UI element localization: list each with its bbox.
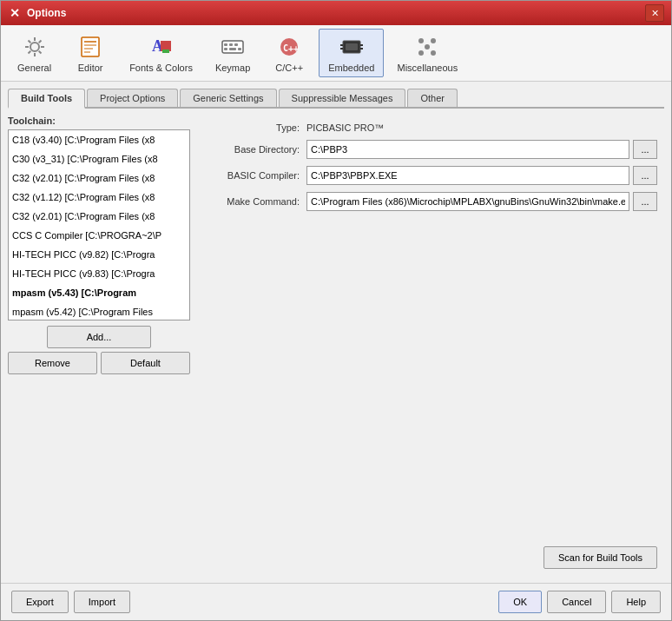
toolbar-item-editor[interactable]: Editor [64,29,116,77]
svg-rect-22 [360,44,363,46]
basic-compiler-label: BASIC Compiler: [204,170,300,181]
base-dir-label: Base Directory: [204,144,300,155]
miscellaneous-label: Miscellaneous [397,63,458,73]
toolbar: General Editor A [1,25,671,82]
left-buttons: Add... Remove Default [8,326,190,374]
list-item[interactable]: C32 (v2.01) [C:\Program Files (x8 [9,207,189,226]
toolchain-list[interactable]: C18 (v3.40) [C:\Program Files (x8 C30 (v… [8,129,190,320]
toolbar-item-cpp[interactable]: C++ C/C++ [263,29,315,77]
cpp-icon: C++ [275,33,303,61]
general-label: General [17,63,51,73]
type-value: PICBASIC PRO™ [306,122,384,133]
toolbar-item-embedded[interactable]: Embedded [319,29,384,77]
type-label: Type: [204,122,300,133]
base-dir-browse-button[interactable]: ... [633,140,657,159]
ok-button[interactable]: OK [498,591,542,613]
tab-generic-settings[interactable]: Generic Settings [180,89,276,107]
scan-area: Scan for Build Tools [544,546,657,569]
close-button[interactable]: ✕ [645,4,664,22]
main-content: Build Tools Project Options Generic Sett… [1,82,671,583]
type-row: Type: PICBASIC PRO™ [204,122,657,133]
window-icon: ✕ [8,6,22,20]
base-dir-input[interactable] [306,140,629,159]
gear-icon [21,33,49,61]
make-command-row: Make Command: ... [204,192,657,211]
embedded-icon [338,33,366,61]
svg-point-25 [431,38,436,43]
remove-button[interactable]: Remove [8,352,97,374]
list-item[interactable]: HI-TECH PICC (v9.83) [C:\Progra [9,264,189,283]
toolbar-item-general[interactable]: General [8,29,61,77]
list-item[interactable]: C32 (v1.12) [C:\Program Files (x8 [9,188,189,207]
svg-rect-10 [224,43,227,46]
basic-compiler-input-row: ... [306,166,657,185]
default-button[interactable]: Default [101,352,190,374]
bottom-right-buttons: OK Cancel Help [498,591,661,613]
toolbar-item-miscellaneous[interactable]: Miscellaneous [387,29,467,77]
basic-compiler-browse-button[interactable]: ... [633,166,657,185]
tab-build-tools[interactable]: Build Tools [8,89,85,109]
fonts-colors-icon: A [148,33,175,61]
svg-rect-20 [340,44,343,46]
help-button[interactable]: Help [611,591,661,613]
svg-point-26 [418,50,424,56]
svg-rect-9 [222,41,243,53]
svg-rect-23 [360,48,363,50]
toolbar-item-fonts-colors[interactable]: A Fonts & Colors [120,29,202,77]
svg-rect-14 [229,48,236,50]
add-button[interactable]: Add... [47,326,151,348]
content-area: Toolchain: C18 (v3.40) [C:\Program Files… [8,116,664,576]
editor-label: Editor [78,63,103,73]
scan-button[interactable]: Scan for Build Tools [544,546,657,569]
cancel-button[interactable]: Cancel [547,591,606,613]
make-command-browse-button[interactable]: ... [633,192,657,211]
keymap-label: Keymap [215,63,250,73]
toolbar-item-keymap[interactable]: Keymap [206,29,260,77]
svg-point-28 [425,44,430,50]
svg-point-24 [418,38,424,43]
cpp-label: C/C++ [275,63,303,73]
list-item[interactable]: C32 (v2.01) [C:\Program Files (x8 [9,168,189,188]
options-window: ✕ Options ✕ General [0,0,672,621]
make-command-input-row: ... [306,192,657,211]
list-item[interactable]: C18 (v3.40) [C:\Program Files (x8 [9,130,189,149]
make-command-label: Make Command: [204,196,300,207]
list-item[interactable]: HI-TECH PICC (v9.82) [C:\Progra [9,245,189,264]
bottom-bar: Export Import OK Cancel Help [1,583,671,620]
svg-rect-13 [224,48,227,50]
list-item[interactable]: mpasm (v5.43) [C:\Program [9,283,189,302]
base-dir-row: Base Directory: ... [204,140,657,159]
miscellaneous-icon [413,33,441,61]
svg-point-0 [30,43,39,51]
bottom-left-buttons: Export Import [11,591,130,613]
base-dir-input-row: ... [306,140,657,159]
right-panel: Type: PICBASIC PRO™ Base Directory: ... … [197,116,664,576]
keymap-icon [219,33,247,61]
editor-icon [76,33,104,61]
window-title: Options [27,7,643,19]
list-item[interactable]: CCS C Compiler [C:\PROGRA~2\P [9,226,189,245]
svg-rect-21 [340,48,343,50]
make-command-input[interactable] [306,192,629,211]
svg-rect-12 [234,43,238,46]
basic-compiler-row: BASIC Compiler: ... [204,166,657,185]
svg-text:C++: C++ [283,43,299,53]
svg-rect-8 [162,50,169,53]
embedded-label: Embedded [328,63,374,73]
list-item[interactable]: C30 (v3_31) [C:\Program Files (x8 [9,149,189,168]
basic-compiler-input[interactable] [306,166,629,185]
svg-rect-15 [238,48,241,50]
svg-rect-11 [229,43,233,46]
tab-suppressible-messages[interactable]: Suppressible Messages [279,89,406,107]
properties-grid: Type: PICBASIC PRO™ Base Directory: ... … [197,116,664,218]
left-panel: Toolchain: C18 (v3.40) [C:\Program Files… [8,116,190,576]
export-button[interactable]: Export [11,591,69,613]
toolchain-label: Toolchain: [8,116,190,126]
tab-project-options[interactable]: Project Options [87,89,178,107]
tab-bar: Build Tools Project Options Generic Sett… [8,89,664,109]
import-button[interactable]: Import [74,591,130,613]
list-item[interactable]: mpasm (v5.42) [C:\Program Files [9,302,189,320]
title-bar: ✕ Options ✕ [1,1,671,25]
tab-other[interactable]: Other [407,89,458,107]
svg-rect-19 [346,43,358,50]
